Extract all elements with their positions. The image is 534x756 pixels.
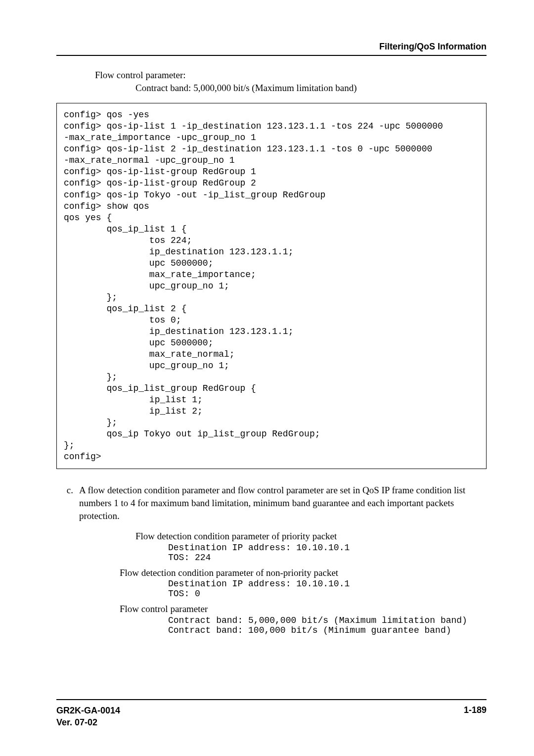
running-head: Filtering/QoS Information xyxy=(56,42,487,52)
footer-rule xyxy=(56,699,487,700)
doc-id: GR2K-GA-0014 xyxy=(56,705,120,716)
contract-band-min: Contract band: 100,000 bit/s (Minimum gu… xyxy=(168,625,487,635)
item-c-label: c. xyxy=(56,484,79,522)
priority-tos: TOS: 224 xyxy=(168,553,487,563)
footer-left: GR2K-GA-0014 Ver. 07-02 xyxy=(56,705,120,728)
nonpriority-packet-title: Flow detection condition parameter of no… xyxy=(120,567,487,579)
priority-dest-ip: Destination IP address: 10.10.10.1 xyxy=(168,543,487,553)
contract-band-max: Contract band: 5,000,000 bit/s (Maximum … xyxy=(168,615,487,625)
doc-version: Ver. 07-02 xyxy=(56,717,120,728)
item-c: c. A flow detection condition parameter … xyxy=(56,484,487,522)
header-rule xyxy=(56,55,487,56)
contract-band-line: Contract band: 5,000,000 bit/s (Maximum … xyxy=(135,82,487,94)
flow-control-param-label: Flow control parameter: xyxy=(95,69,487,82)
page-number: 1-189 xyxy=(464,705,487,728)
nonpriority-tos: TOS: 0 xyxy=(168,589,487,599)
flow-control-param-title: Flow control parameter xyxy=(120,603,487,615)
nonpriority-dest-ip: Destination IP address: 10.10.10.1 xyxy=(168,579,487,589)
item-c-text: A flow detection condition parameter and… xyxy=(79,484,487,522)
priority-packet-title: Flow detection condition parameter of pr… xyxy=(135,530,487,543)
page-footer: GR2K-GA-0014 Ver. 07-02 1-189 xyxy=(56,699,487,728)
footer-row: GR2K-GA-0014 Ver. 07-02 1-189 xyxy=(56,705,487,728)
config-code-block: config> qos -yes config> qos-ip-list 1 -… xyxy=(56,103,487,469)
page: Filtering/QoS Information Flow control p… xyxy=(0,0,534,756)
